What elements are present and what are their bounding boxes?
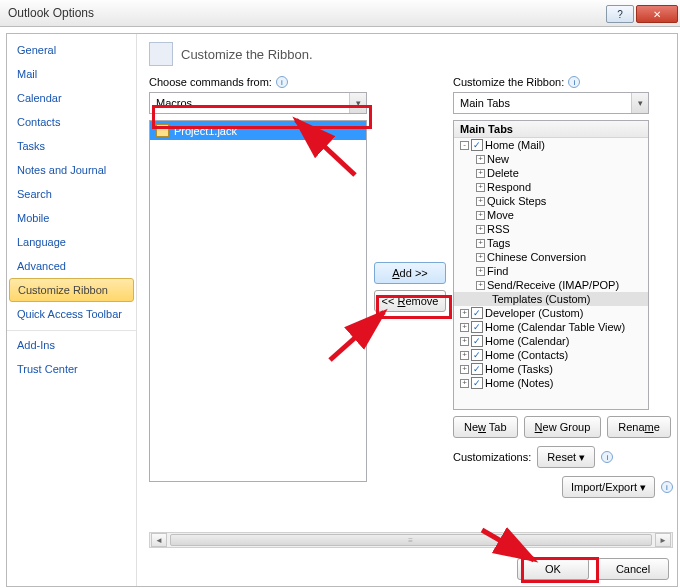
- checkbox[interactable]: ✓: [471, 335, 483, 347]
- expand-toggle[interactable]: +: [476, 225, 485, 234]
- tree-item-label: Respond: [487, 181, 531, 193]
- tree-item[interactable]: Templates (Custom): [454, 292, 648, 306]
- tree-item[interactable]: + Respond: [454, 180, 648, 194]
- content-pane: Customize the Ribbon. Choose commands fr…: [137, 34, 677, 586]
- expand-toggle[interactable]: +: [476, 281, 485, 290]
- new-group-button[interactable]: New Group: [524, 416, 602, 438]
- expand-toggle[interactable]: +: [476, 253, 485, 262]
- chevron-down-icon[interactable]: [349, 93, 366, 113]
- close-button[interactable]: ✕: [636, 5, 678, 23]
- reset-button[interactable]: Reset ▾: [537, 446, 595, 468]
- tree-item[interactable]: + ✓ Developer (Custom): [454, 306, 648, 320]
- expand-toggle[interactable]: +: [476, 239, 485, 248]
- commands-from-value: Macros: [156, 97, 192, 109]
- tree-item[interactable]: + Quick Steps: [454, 194, 648, 208]
- sidebar-item-notes-journal[interactable]: Notes and Journal: [7, 158, 136, 182]
- sidebar-item-quick-access[interactable]: Quick Access Toolbar: [7, 302, 136, 326]
- expand-toggle[interactable]: +: [460, 309, 469, 318]
- tree-item[interactable]: + RSS: [454, 222, 648, 236]
- tree-item[interactable]: + Send/Receive (IMAP/POP): [454, 278, 648, 292]
- cancel-button[interactable]: Cancel: [597, 558, 669, 580]
- rename-button[interactable]: Rename: [607, 416, 671, 438]
- sidebar-item-general[interactable]: General: [7, 38, 136, 62]
- info-icon[interactable]: i: [601, 451, 613, 463]
- expand-toggle[interactable]: +: [476, 169, 485, 178]
- sidebar-item-language[interactable]: Language: [7, 230, 136, 254]
- expand-toggle[interactable]: -: [460, 141, 469, 150]
- expand-toggle[interactable]: +: [460, 337, 469, 346]
- tree-item-label: Send/Receive (IMAP/POP): [487, 279, 619, 291]
- checkbox[interactable]: ✓: [471, 321, 483, 333]
- sidebar-item-mobile[interactable]: Mobile: [7, 206, 136, 230]
- tree-item-label: Developer (Custom): [485, 307, 583, 319]
- sidebar-item-customize-ribbon[interactable]: Customize Ribbon: [9, 278, 134, 302]
- expand-toggle[interactable]: +: [476, 211, 485, 220]
- sidebar-item-advanced[interactable]: Advanced: [7, 254, 136, 278]
- tree-item[interactable]: + ✓ Home (Calendar Table View): [454, 320, 648, 334]
- dialog-footer: OK Cancel: [517, 558, 669, 580]
- checkbox[interactable]: ✓: [471, 307, 483, 319]
- checkbox[interactable]: ✓: [471, 139, 483, 151]
- commands-from-combo[interactable]: Macros: [149, 92, 367, 114]
- expand-toggle[interactable]: +: [460, 379, 469, 388]
- customize-ribbon-combo[interactable]: Main Tabs: [453, 92, 649, 114]
- window-buttons: ? ✕: [606, 3, 680, 23]
- info-icon[interactable]: i: [568, 76, 580, 88]
- expand-toggle[interactable]: +: [476, 183, 485, 192]
- scroll-left-button[interactable]: ◄: [151, 533, 167, 547]
- commands-from-label: Choose commands from: i: [149, 76, 367, 88]
- expand-toggle[interactable]: +: [476, 267, 485, 276]
- expand-toggle[interactable]: +: [460, 351, 469, 360]
- tree-header: Main Tabs: [454, 121, 648, 138]
- horizontal-scrollbar[interactable]: ◄ ≡ ►: [149, 532, 673, 548]
- ribbon-tree[interactable]: Main Tabs - ✓ Home (Mail)+ New+ Delete+ …: [453, 120, 649, 410]
- import-export-button[interactable]: Import/Export ▾: [562, 476, 655, 498]
- tree-item[interactable]: + New: [454, 152, 648, 166]
- expand-toggle[interactable]: +: [460, 323, 469, 332]
- sidebar-item-search[interactable]: Search: [7, 182, 136, 206]
- commands-list[interactable]: Project1.jack: [149, 120, 367, 482]
- sidebar-item-contacts[interactable]: Contacts: [7, 110, 136, 134]
- tree-item[interactable]: + ✓ Home (Contacts): [454, 348, 648, 362]
- tree-item-label: Chinese Conversion: [487, 251, 586, 263]
- tree-item[interactable]: + Chinese Conversion: [454, 250, 648, 264]
- customize-ribbon-value: Main Tabs: [460, 97, 510, 109]
- expand-toggle[interactable]: +: [476, 197, 485, 206]
- expand-toggle[interactable]: +: [460, 365, 469, 374]
- add-button[interactable]: Add >>: [374, 262, 446, 284]
- scroll-right-button[interactable]: ►: [655, 533, 671, 547]
- tree-item[interactable]: + Move: [454, 208, 648, 222]
- sidebar-item-trust-center[interactable]: Trust Center: [7, 357, 136, 381]
- heading-text: Customize the Ribbon.: [181, 47, 313, 62]
- tree-item[interactable]: + Find: [454, 264, 648, 278]
- dialog-frame: General Mail Calendar Contacts Tasks Not…: [6, 33, 678, 587]
- info-icon[interactable]: i: [276, 76, 288, 88]
- category-sidebar: General Mail Calendar Contacts Tasks Not…: [7, 34, 137, 586]
- tree-item[interactable]: + Tags: [454, 236, 648, 250]
- content-header: Customize the Ribbon.: [149, 42, 673, 66]
- tree-item[interactable]: - ✓ Home (Mail): [454, 138, 648, 152]
- expand-toggle[interactable]: +: [476, 155, 485, 164]
- chevron-down-icon[interactable]: [631, 93, 648, 113]
- remove-button[interactable]: << Remove: [374, 290, 446, 312]
- sidebar-item-mail[interactable]: Mail: [7, 62, 136, 86]
- customizations-label: Customizations:: [453, 451, 531, 463]
- sidebar-item-tasks[interactable]: Tasks: [7, 134, 136, 158]
- tree-item-label: Quick Steps: [487, 195, 546, 207]
- new-tab-button[interactable]: New Tab: [453, 416, 518, 438]
- tree-item[interactable]: + ✓ Home (Calendar): [454, 334, 648, 348]
- sidebar-item-add-ins[interactable]: Add-Ins: [7, 330, 136, 357]
- list-item[interactable]: Project1.jack: [150, 121, 366, 140]
- info-icon[interactable]: i: [661, 481, 673, 493]
- scroll-thumb[interactable]: ≡: [170, 534, 652, 546]
- tree-item-label: Move: [487, 209, 514, 221]
- checkbox[interactable]: ✓: [471, 363, 483, 375]
- help-button[interactable]: ?: [606, 5, 634, 23]
- checkbox[interactable]: ✓: [471, 377, 483, 389]
- tree-item[interactable]: + Delete: [454, 166, 648, 180]
- tree-item[interactable]: + ✓ Home (Tasks): [454, 362, 648, 376]
- tree-item[interactable]: + ✓ Home (Notes): [454, 376, 648, 390]
- checkbox[interactable]: ✓: [471, 349, 483, 361]
- ok-button[interactable]: OK: [517, 558, 589, 580]
- sidebar-item-calendar[interactable]: Calendar: [7, 86, 136, 110]
